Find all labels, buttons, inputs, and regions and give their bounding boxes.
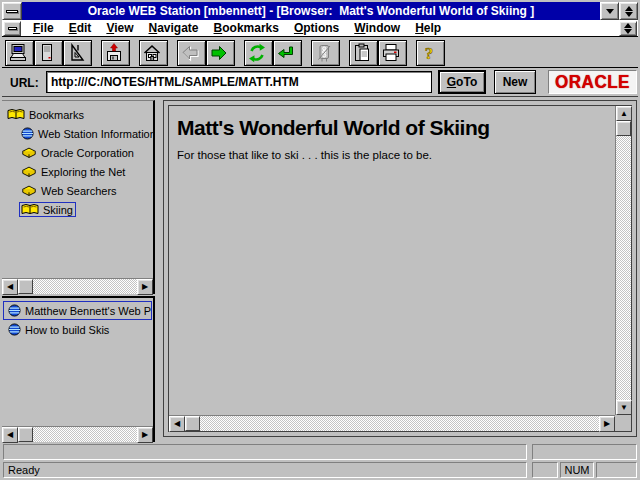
scrollbar-corner <box>615 415 631 431</box>
title-bar-caption: Oracle WEB Station [mbennett] - [Browser… <box>22 2 600 20</box>
restore-button[interactable] <box>619 2 638 20</box>
bookmark-item[interactable]: Bookmarks <box>2 105 153 124</box>
restore-down-icon <box>625 12 633 17</box>
server-icon <box>37 43 57 63</box>
server-button[interactable] <box>34 40 63 66</box>
status-field-empty <box>532 444 637 460</box>
toolbar: ? <box>2 38 638 68</box>
help-button[interactable]: ? <box>416 40 445 66</box>
ruler-button[interactable] <box>63 40 92 66</box>
page-list-item[interactable]: Matthew Bennett's Web Pa <box>3 301 152 320</box>
print-icon <box>381 43 401 63</box>
scrollbar-track[interactable] <box>33 427 137 442</box>
forward-icon <box>209 43 229 63</box>
menu-item-edit[interactable]: Edit <box>69 21 92 35</box>
scroll-right-button[interactable]: ▶ <box>137 427 153 443</box>
document-horizontal-scrollbar: ◀ ▶ <box>169 415 615 431</box>
scroll-left-button[interactable]: ◀ <box>2 427 18 443</box>
menu-item-window[interactable]: Window <box>354 21 400 35</box>
menu-item-navigate[interactable]: Navigate <box>149 21 199 35</box>
forward-button[interactable] <box>206 40 235 66</box>
minimize-icon <box>606 9 614 14</box>
bookmark-item[interactable]: Web Searchers <box>2 181 153 200</box>
menu-item-bookmarks[interactable]: Bookmarks <box>214 21 279 35</box>
menu-item-file[interactable]: File <box>33 21 54 35</box>
num-lock-indicator: NUM <box>560 462 594 478</box>
bookmark-item[interactable]: Oracle Corporation <box>2 143 153 162</box>
svg-text:?: ? <box>424 44 433 63</box>
bookmark-item[interactable]: Exploring the Net <box>2 162 153 181</box>
workstation-button[interactable] <box>5 40 34 66</box>
minimize-button[interactable] <box>600 2 619 20</box>
document-restore-button[interactable] <box>619 21 637 36</box>
bookmark-item[interactable]: Web Station Information <box>2 124 153 143</box>
paste-button[interactable] <box>349 40 378 66</box>
document-system-menu-button[interactable] <box>3 21 21 36</box>
bookmark-item-label: Web Station Information <box>38 128 153 140</box>
scrollbar-thumb[interactable] <box>18 427 33 442</box>
reload-icon <box>247 43 267 63</box>
pages-panel: Matthew Bennett's Web PaHow to build Ski… <box>2 296 155 442</box>
toolbar-group <box>139 40 168 66</box>
bookmark-item[interactable]: Skiing <box>2 200 153 219</box>
page-title: Matt's Wonderful World of Skiing <box>177 116 615 140</box>
scroll-down-button[interactable]: ▼ <box>616 400 632 415</box>
open-book-icon <box>7 108 25 121</box>
new-button[interactable]: New <box>494 70 536 94</box>
paste-icon <box>352 43 372 63</box>
print-button[interactable] <box>378 40 407 66</box>
app-window: Oracle WEB Station [mbennett] - [Browser… <box>0 0 640 480</box>
toolbar-group <box>349 40 407 66</box>
bookmark-item-content: Skiing <box>19 202 76 217</box>
page-list: Matthew Bennett's Web PaHow to build Ski… <box>2 298 153 339</box>
scroll-right-button[interactable]: ▶ <box>599 416 615 432</box>
scroll-up-button[interactable]: ▲ <box>616 106 632 121</box>
closed-book-icon <box>21 147 37 159</box>
scrollbar-thumb[interactable] <box>616 121 631 136</box>
pages-horizontal-scrollbar: ◀ ▶ <box>2 426 153 442</box>
back-button[interactable] <box>177 40 206 66</box>
menu-item-help[interactable]: Help <box>415 21 441 35</box>
scroll-left-button[interactable]: ◀ <box>2 279 18 295</box>
reload-button[interactable] <box>244 40 273 66</box>
bookmark-item-label: Web Searchers <box>41 185 117 197</box>
url-input[interactable] <box>46 71 432 93</box>
stop-traffic-light-icon <box>314 43 334 63</box>
document-system-menu-icon <box>8 27 17 30</box>
globe-icon <box>8 323 21 336</box>
scrollbar-track[interactable] <box>616 136 631 400</box>
return-button[interactable] <box>273 40 302 66</box>
menu-item-view[interactable]: View <box>106 21 133 35</box>
page-list-item[interactable]: How to build Skis <box>3 320 152 339</box>
system-menu-button[interactable] <box>2 2 22 20</box>
scrollbar-thumb[interactable] <box>185 416 200 431</box>
workstation-icon <box>8 43 28 63</box>
document-content: Matt's Wonderful World of Skiing For tho… <box>169 106 615 415</box>
toolbar-group <box>101 40 130 66</box>
scroll-right-button[interactable]: ▶ <box>137 279 153 295</box>
bookmark-item-label: Oracle Corporation <box>41 147 134 159</box>
menu-items: FileEditViewNavigateBookmarksOptionsWind… <box>21 21 619 35</box>
bookmarks-panel: BookmarksWeb Station InformationOracle C… <box>2 100 155 294</box>
menu-item-options[interactable]: Options <box>294 21 339 35</box>
status-message: Ready <box>3 462 527 478</box>
bookmark-item-content: Oracle Corporation <box>19 146 137 160</box>
bookmark-item-content: Bookmarks <box>5 107 87 122</box>
stop-traffic-light-button[interactable] <box>311 40 340 66</box>
scroll-left-button[interactable]: ◀ <box>169 416 185 432</box>
bookmark-tree: BookmarksWeb Station InformationOracle C… <box>2 101 153 219</box>
toolbar-group <box>244 40 302 66</box>
help-icon: ? <box>419 43 439 63</box>
save-upload-icon <box>104 43 124 63</box>
scrollbar-track[interactable] <box>33 279 137 294</box>
page-list-item-label: Matthew Bennett's Web Pa <box>25 305 152 317</box>
save-upload-button[interactable] <box>101 40 130 66</box>
toolbar-group <box>311 40 340 66</box>
home-button[interactable] <box>139 40 168 66</box>
status-field-empty <box>532 462 558 478</box>
menu-bar: FileEditViewNavigateBookmarksOptionsWind… <box>2 20 638 37</box>
scrollbar-track[interactable] <box>200 416 599 431</box>
goto-button[interactable]: GoTo <box>438 70 486 94</box>
scrollbar-thumb[interactable] <box>18 279 33 294</box>
bookmark-item-content: Web Searchers <box>19 184 120 198</box>
